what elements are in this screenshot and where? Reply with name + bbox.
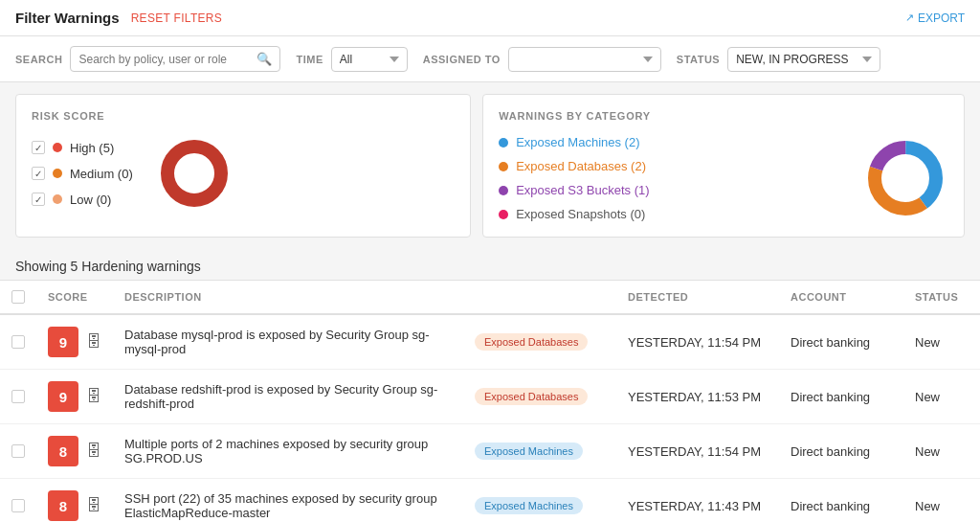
table-row: 9 🗄 Database redshift-prod is exposed by… — [0, 370, 980, 424]
row-checkbox-cell — [0, 479, 36, 523]
search-group: SEARCH 🔍 — [15, 46, 280, 72]
description-cell-1: Database redshift-prod is exposed by Sec… — [113, 370, 463, 424]
reset-filters-button[interactable]: RESET FILTERS — [131, 11, 222, 25]
score-badge-1: 9 — [48, 381, 78, 412]
db-icon-1: 🗄 — [86, 388, 101, 405]
risk-panel-title: RISK SCORE — [32, 110, 455, 122]
warnings-list: Exposed Machines (2) Exposed Databases (… — [499, 135, 843, 221]
score-cell-1: 9 🗄 — [36, 370, 113, 424]
select-all-checkbox[interactable] — [11, 290, 25, 304]
tag-0[interactable]: Exposed Databases — [475, 333, 588, 351]
score-badge-2: 8 — [48, 436, 78, 466]
top-bar: Filter Warnings RESET FILTERS ↗ EXPORT — [0, 0, 980, 36]
tag-cell-2: Exposed Machines — [463, 424, 616, 479]
warning-item-s3: Exposed S3 Buckets (1) — [499, 183, 843, 197]
assigned-group: ASSIGNED TO — [423, 47, 661, 72]
high-dot — [53, 143, 62, 152]
svg-point-0 — [167, 147, 221, 200]
db-icon-3: 🗄 — [86, 497, 101, 514]
databases-label[interactable]: Exposed Databases (2) — [516, 159, 646, 173]
tag-2[interactable]: Exposed Machines — [475, 443, 583, 460]
pie-svg — [862, 135, 948, 221]
row-checkbox-1[interactable] — [11, 390, 25, 403]
s3-label[interactable]: Exposed S3 Buckets (1) — [516, 183, 649, 197]
account-cell-0: Direct banking — [779, 314, 903, 370]
warnings-content: Exposed Machines (2) Exposed Databases (… — [499, 135, 948, 221]
status-cell-0: New — [903, 314, 980, 370]
score-cell-3: 8 🗄 — [36, 479, 113, 523]
table-row: 8 🗄 SSH port (22) of 35 machines exposed… — [0, 479, 980, 523]
table-row: 8 🗄 Multiple ports of 2 machines exposed… — [0, 424, 980, 479]
detected-cell-0: YESTERDAY, 11:54 PM — [616, 314, 779, 370]
assigned-select[interactable] — [508, 47, 661, 72]
filter-bar: SEARCH 🔍 TIME All ASSIGNED TO STATUS NEW… — [0, 36, 980, 82]
snapshots-dot — [499, 210, 508, 219]
low-checkbox[interactable] — [32, 193, 45, 206]
score-col-0: 9 🗄 — [48, 327, 101, 357]
row-checkbox-cell — [0, 314, 36, 370]
export-arrow-icon: ↗ — [905, 11, 914, 24]
risk-score-panel: RISK SCORE High (5) Medium (0) Low (0) — [15, 94, 471, 238]
status-select[interactable]: NEW, IN PROGRESS — [727, 47, 880, 72]
tag-cell-1: Exposed Databases — [463, 370, 616, 424]
tag-1[interactable]: Exposed Databases — [475, 388, 588, 405]
export-button[interactable]: ↗ EXPORT — [905, 11, 965, 25]
db-icon-2: 🗄 — [86, 443, 101, 460]
warning-item-databases: Exposed Databases (2) — [499, 159, 843, 173]
th-score: SCORE — [36, 281, 113, 314]
status-cell-1: New — [903, 370, 980, 424]
row-checkbox-0[interactable] — [11, 335, 25, 349]
risk-item-medium: Medium (0) — [32, 167, 133, 181]
donut-svg — [156, 135, 233, 212]
warning-item-snapshots: Exposed Snapshots (0) — [499, 207, 843, 221]
snapshots-label[interactable]: Exposed Snapshots (0) — [516, 207, 645, 221]
risk-item-high: High (5) — [32, 141, 133, 155]
status-group: STATUS NEW, IN PROGRESS — [677, 47, 880, 72]
table-body: 9 🗄 Database mysql-prod is exposed by Se… — [0, 314, 980, 522]
db-icon-0: 🗄 — [86, 333, 101, 351]
row-checkbox-3[interactable] — [11, 499, 25, 512]
search-input[interactable] — [78, 53, 251, 66]
score-col-2: 8 🗄 — [48, 436, 101, 466]
high-label: High (5) — [70, 141, 114, 155]
risk-content: High (5) Medium (0) Low (0) — [32, 135, 455, 212]
tag-cell-0: Exposed Databases — [463, 314, 616, 370]
th-status: STATUS — [903, 281, 980, 314]
score-badge-0: 9 — [48, 327, 78, 357]
tag-3[interactable]: Exposed Machines — [475, 497, 583, 514]
table-header-row: SCORE DESCRIPTION DETECTED ACCOUNT STATU… — [0, 281, 980, 314]
account-cell-2: Direct banking — [779, 424, 903, 479]
warnings-pie-chart — [862, 135, 948, 221]
low-dot — [53, 194, 62, 204]
score-badge-3: 8 — [48, 490, 78, 521]
machines-dot — [499, 138, 508, 148]
panels: RISK SCORE High (5) Medium (0) Low (0) — [0, 82, 980, 249]
table-container: SCORE DESCRIPTION DETECTED ACCOUNT STATU… — [0, 280, 980, 522]
risk-items: High (5) Medium (0) Low (0) — [32, 141, 133, 207]
th-account: ACCOUNT — [779, 281, 903, 314]
time-select[interactable]: All — [331, 47, 408, 72]
detected-cell-2: YESTERDAY, 11:54 PM — [616, 424, 779, 479]
low-label: Low (0) — [70, 193, 111, 207]
warning-item-machines: Exposed Machines (2) — [499, 135, 843, 149]
account-cell-3: Direct banking — [779, 479, 903, 523]
page-title: Filter Warnings — [15, 10, 120, 26]
medium-dot — [53, 169, 62, 178]
medium-checkbox[interactable] — [32, 167, 45, 180]
score-cell-0: 9 🗄 — [36, 314, 113, 370]
warnings-panel: WARNINGS BY CATEGORY Exposed Machines (2… — [482, 94, 965, 238]
warnings-table: SCORE DESCRIPTION DETECTED ACCOUNT STATU… — [0, 281, 980, 522]
detected-cell-3: YESTERDAY, 11:43 PM — [616, 479, 779, 523]
assigned-label: ASSIGNED TO — [423, 54, 501, 65]
search-icon: 🔍 — [256, 52, 272, 66]
tag-cell-3: Exposed Machines — [463, 479, 616, 523]
row-checkbox-2[interactable] — [11, 444, 25, 458]
high-checkbox[interactable] — [32, 141, 45, 154]
score-col-1: 9 🗄 — [48, 381, 101, 412]
th-checkbox — [0, 281, 36, 314]
status-cell-2: New — [903, 424, 980, 479]
machines-label[interactable]: Exposed Machines (2) — [516, 135, 639, 149]
showing-text: Showing 5 Hardening warnings — [0, 249, 980, 280]
top-bar-left: Filter Warnings RESET FILTERS — [15, 10, 222, 26]
description-cell-2: Multiple ports of 2 machines exposed by … — [113, 424, 463, 479]
